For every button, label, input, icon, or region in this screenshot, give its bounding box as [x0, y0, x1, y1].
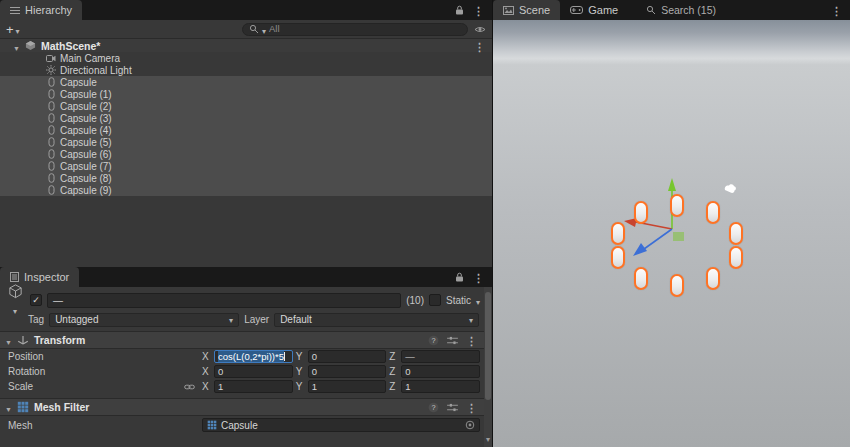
position-x-field[interactable]: cos(L(0,2*pi))*5 — [214, 350, 293, 363]
capsule-object[interactable] — [729, 246, 743, 269]
hierarchy-item-capsule-8[interactable]: Capsule (8) — [0, 172, 492, 184]
capsule-object[interactable] — [706, 201, 720, 224]
hierarchy-item-capsule-9[interactable]: Capsule (9) — [0, 184, 492, 196]
inspector-tabbar: Inspector — [0, 267, 492, 287]
capsule-object[interactable] — [670, 274, 684, 297]
object-picker-icon[interactable] — [465, 420, 475, 430]
gameobject-icon[interactable] — [5, 283, 25, 318]
create-object-button[interactable]: + — [6, 23, 20, 36]
scene-view-menu-icon[interactable] — [831, 1, 842, 19]
foldout-icon[interactable] — [5, 331, 12, 349]
capsule-object[interactable] — [611, 222, 625, 245]
mesh-filter-menu-icon[interactable] — [466, 398, 477, 416]
position-label[interactable]: Position — [8, 351, 184, 362]
y-axis-arrowhead[interactable] — [668, 178, 676, 191]
capsule-object[interactable] — [634, 201, 648, 224]
z-axis-arrowhead[interactable] — [633, 243, 647, 256]
position-z-field[interactable]: — — [401, 350, 480, 363]
layer-dropdown[interactable]: Default — [274, 313, 479, 327]
hierarchy-item-capsule-6[interactable]: Capsule (6) — [0, 148, 492, 160]
rotation-label[interactable]: Rotation — [8, 366, 184, 377]
scene-header-row[interactable]: MathScene* — [0, 39, 492, 52]
hierarchy-menu-icon[interactable] — [473, 1, 484, 19]
lock-icon[interactable] — [455, 272, 464, 282]
hierarchy-item-capsule-4[interactable]: Capsule (4) — [0, 124, 492, 136]
mesh-filter-icon — [17, 401, 29, 413]
mesh-label: Mesh — [8, 420, 202, 431]
visibility-icon[interactable] — [474, 25, 486, 34]
mesh-filter-header[interactable]: Mesh Filter ? — [0, 398, 484, 416]
scrollbar-down-arrow-icon[interactable] — [484, 428, 492, 446]
capsule-object[interactable] — [670, 194, 684, 217]
capsule-icon — [46, 137, 56, 147]
selection-count: (10) — [406, 295, 424, 306]
hierarchy-item-capsule-3[interactable]: Capsule (3) — [0, 112, 492, 124]
hierarchy-item-capsule-2[interactable]: Capsule (2) — [0, 100, 492, 112]
scale-z-value: 1 — [405, 381, 410, 392]
scene-viewport[interactable] — [493, 20, 850, 447]
hierarchy-item-directional-light[interactable]: Directional Light — [0, 64, 492, 76]
z-axis-arrow[interactable] — [644, 229, 672, 249]
tag-value: Untagged — [55, 314, 98, 325]
lock-icon[interactable] — [455, 5, 464, 15]
mesh-object-field[interactable]: Capsule — [202, 418, 480, 432]
hierarchy-item-capsule[interactable]: Capsule — [0, 76, 492, 88]
active-checkbox[interactable] — [30, 294, 42, 306]
plane-handle[interactable] — [673, 232, 684, 241]
hierarchy-item-label: Capsule (9) — [60, 185, 112, 196]
tab-game[interactable]: Game — [560, 0, 628, 20]
scale-label[interactable]: Scale — [8, 381, 184, 392]
hierarchy-item-main-camera[interactable]: Main Camera — [0, 52, 492, 64]
presets-icon[interactable] — [447, 403, 458, 412]
foldout-icon[interactable] — [5, 398, 12, 416]
tab-inspector-label: Inspector — [24, 271, 69, 283]
hierarchy-item-capsule-5[interactable]: Capsule (5) — [0, 136, 492, 148]
hierarchy-item-capsule-1[interactable]: Capsule (1) — [0, 88, 492, 100]
position-x-value: cos(L(0,2*pi))*5 — [218, 351, 284, 362]
rotation-x-field[interactable]: 0 — [214, 365, 293, 378]
hierarchy-search-input[interactable]: All — [242, 23, 468, 36]
tag-dropdown[interactable]: Untagged — [49, 313, 239, 327]
hierarchy-item-capsule-7[interactable]: Capsule (7) — [0, 160, 492, 172]
inspector-menu-icon[interactable] — [473, 268, 484, 286]
inspector-scrollbar[interactable] — [484, 287, 492, 447]
scale-x-field[interactable]: 1 — [214, 380, 293, 393]
scale-z-field[interactable]: 1 — [401, 380, 480, 393]
layer-label: Layer — [244, 314, 269, 325]
capsule-icon — [46, 77, 56, 87]
hierarchy-item-label: Capsule (8) — [60, 173, 112, 184]
axis-x-label: X — [202, 366, 211, 377]
help-icon[interactable]: ? — [428, 335, 439, 346]
tab-hierarchy[interactable]: Hierarchy — [0, 0, 82, 20]
position-y-field[interactable]: 0 — [308, 350, 387, 363]
rotation-y-field[interactable]: 0 — [308, 365, 387, 378]
hierarchy-toolbar: + All — [0, 20, 492, 39]
help-icon[interactable]: ? — [428, 402, 439, 413]
text-cursor — [284, 352, 285, 361]
capsule-object[interactable] — [706, 267, 720, 290]
name-field[interactable]: — — [47, 293, 401, 308]
scene-view-panel: Scene Game Search (15) — [493, 0, 850, 447]
rotation-z-field[interactable]: 0 — [401, 365, 480, 378]
mesh-filter-title: Mesh Filter — [34, 401, 89, 413]
transform-header[interactable]: Transform ? — [0, 331, 484, 349]
static-checkbox[interactable] — [429, 294, 441, 306]
scene-search-button[interactable]: Search (15) — [646, 0, 716, 20]
scrollbar-thumb[interactable] — [485, 292, 491, 400]
link-scale-icon[interactable] — [184, 382, 195, 392]
tab-hierarchy-label: Hierarchy — [25, 4, 72, 16]
light-icon — [46, 65, 56, 75]
layer-value: Default — [280, 314, 312, 325]
tab-scene[interactable]: Scene — [493, 0, 560, 20]
rotation-y-value: 0 — [312, 366, 317, 377]
scale-x-value: 1 — [218, 381, 223, 392]
transform-menu-icon[interactable] — [466, 331, 477, 349]
capsule-object[interactable] — [611, 246, 625, 269]
presets-icon[interactable] — [447, 336, 458, 345]
static-chevron-icon[interactable] — [476, 291, 480, 309]
move-gizmo[interactable] — [493, 20, 850, 447]
hierarchy-item-label: Capsule (1) — [60, 89, 112, 100]
capsule-object[interactable] — [729, 222, 743, 245]
capsule-object[interactable] — [634, 267, 648, 290]
scale-y-field[interactable]: 1 — [308, 380, 387, 393]
